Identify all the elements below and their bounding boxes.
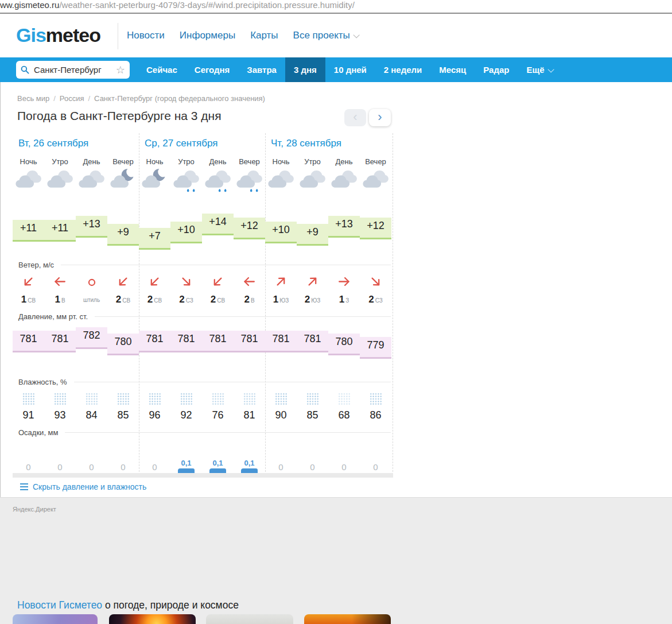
precip-value: 0	[76, 462, 107, 472]
weather-icon-cloudy-moon	[107, 168, 139, 197]
temperature-step: +9	[297, 224, 328, 246]
humidity-dots-icon	[180, 393, 193, 405]
breadcrumb-russia[interactable]: Россия	[60, 94, 84, 103]
humidity-dots-icon	[243, 393, 256, 405]
tab-today[interactable]: Сегодня	[186, 57, 239, 82]
humidity-value: 85	[297, 409, 328, 421]
header-divider	[118, 23, 118, 49]
day-header-wed[interactable]: Ср, 27 сентября	[139, 138, 265, 149]
precip-section-label: Осадки, мм	[18, 428, 391, 437]
news-heading-rest: о погоде, природе и космосе	[102, 599, 239, 611]
precip-value: 0	[297, 462, 328, 472]
humidity-value: 85	[107, 409, 139, 421]
humidity-dots-icon	[22, 393, 35, 405]
humidity-value: 90	[265, 409, 297, 421]
prev-period-button[interactable]: ‹	[344, 109, 366, 126]
tab-10-days[interactable]: 10 дней	[325, 57, 375, 82]
tab-3-days[interactable]: 3 дня	[285, 57, 325, 82]
tab-month[interactable]: Месяц	[430, 57, 475, 82]
tab-tomorrow[interactable]: Завтра	[238, 57, 285, 82]
day-header-tue[interactable]: Вт, 26 сентября	[13, 138, 139, 149]
news-thumbnail[interactable]	[109, 614, 196, 624]
precip-value: 0	[13, 462, 44, 472]
next-period-button[interactable]: ›	[369, 109, 391, 126]
pressure-step: 781	[44, 331, 76, 352]
wind-value: 1З	[328, 294, 360, 305]
section-rule	[65, 432, 391, 433]
humidity-dots-icon	[306, 393, 319, 405]
weather-icon-cloudy	[44, 168, 76, 197]
gismeteo-logo[interactable]: Gismeteo	[16, 24, 100, 46]
city-search-input[interactable]	[33, 64, 116, 75]
pressure-section-label: Давление, мм рт. ст.	[18, 312, 391, 321]
wind-value: штиль	[76, 294, 107, 304]
humidity-value: 68	[328, 409, 360, 421]
wind-arrow-ne-icon	[297, 274, 328, 291]
humidity-cell: 76	[202, 393, 234, 421]
humidity-dots-icon	[338, 393, 351, 405]
breadcrumb: Весь мир/Россия/Санкт-Петербург (город ф…	[17, 94, 265, 103]
temperature-step: +10	[265, 222, 297, 243]
nav-maps[interactable]: Карты	[250, 30, 278, 41]
logo-gis: Gis	[16, 24, 46, 46]
logo-meteo: meteo	[46, 24, 100, 46]
precip-cell: 0	[328, 458, 360, 473]
time-of-day-label: Вечер	[107, 157, 139, 166]
browser-address-bar[interactable]: ww.gismeteo.ru/weather-sankt-peterburg-4…	[0, 0, 672, 14]
humidity-cell: 96	[139, 393, 170, 421]
hide-pressure-humidity-link[interactable]: Скрыть давление и влажность	[20, 482, 146, 491]
toggle-link-label: Скрыть давление и влажность	[33, 482, 146, 491]
temperature-step: +12	[234, 218, 265, 239]
url-domain: ww.gismeteo.ru	[0, 0, 59, 10]
temperature-step: +14	[202, 214, 234, 235]
weather-icon-cloudy	[13, 168, 44, 197]
nav-all-projects[interactable]: Все проекты	[293, 30, 358, 41]
favorite-star-icon[interactable]: ☆	[116, 65, 125, 75]
temperature-step: +12	[360, 218, 391, 239]
breadcrumb-world[interactable]: Весь мир	[17, 94, 49, 103]
news-thumbnail[interactable]	[206, 614, 293, 624]
news-thumbnail[interactable]	[304, 614, 391, 624]
breadcrumb-city: Санкт-Петербург (город федерального знач…	[94, 94, 265, 103]
section-rule	[61, 265, 391, 265]
tab-radar[interactable]: Радар	[475, 57, 518, 82]
pressure-step: 781	[170, 331, 202, 352]
precip-row: 000000,10,10,10000	[13, 458, 393, 473]
precip-cell: 0	[76, 458, 107, 473]
wind-arrows-row	[13, 274, 393, 292]
humidity-value: 76	[202, 409, 234, 421]
humidity-value: 91	[13, 409, 44, 421]
weather-icon-cloudy	[328, 168, 360, 197]
period-tabs: Сейчас Сегодня Завтра 3 дня 10 дней 2 не…	[138, 57, 561, 82]
wind-value: 2СЗ	[170, 294, 202, 305]
wind-arrow-sw-icon	[107, 274, 139, 291]
precip-cell: 0	[13, 458, 44, 473]
wind-arrow-sw-icon	[139, 274, 170, 291]
time-of-day-label: День	[328, 157, 360, 166]
humidity-value: 96	[139, 409, 170, 421]
pressure-step: 781	[265, 331, 297, 352]
news-thumbnail[interactable]	[13, 614, 98, 624]
humidity-cell: 86	[360, 393, 391, 421]
time-of-day-label: Утро	[44, 157, 76, 166]
nav-informers[interactable]: Информеры	[180, 30, 235, 41]
humidity-cell: 92	[170, 393, 202, 421]
nav-news[interactable]: Новости	[127, 30, 165, 41]
precip-value: 0	[107, 462, 139, 472]
news-link[interactable]: Новости Гисметео	[17, 599, 102, 611]
wind-value: 1СВ	[13, 294, 44, 305]
time-of-day-label: День	[202, 157, 234, 166]
humidity-value: 84	[76, 409, 107, 421]
city-search-box[interactable]: ☆	[16, 61, 130, 79]
wind-value: 2СЗ	[360, 294, 391, 305]
time-of-day-label: Вечер	[360, 157, 391, 166]
humidity-label-text: Влажность, %	[18, 378, 67, 386]
day-header-thu[interactable]: Чт, 28 сентября	[265, 138, 391, 149]
tab-2-weeks[interactable]: 2 недели	[375, 57, 431, 82]
yandex-direct-label: Яндекс.Директ	[13, 506, 56, 513]
tab-more[interactable]: Ещё	[518, 57, 560, 82]
humidity-cell: 85	[107, 393, 139, 421]
precip-value: 0	[360, 462, 391, 472]
tab-now[interactable]: Сейчас	[138, 57, 186, 82]
precip-bar	[178, 468, 195, 473]
